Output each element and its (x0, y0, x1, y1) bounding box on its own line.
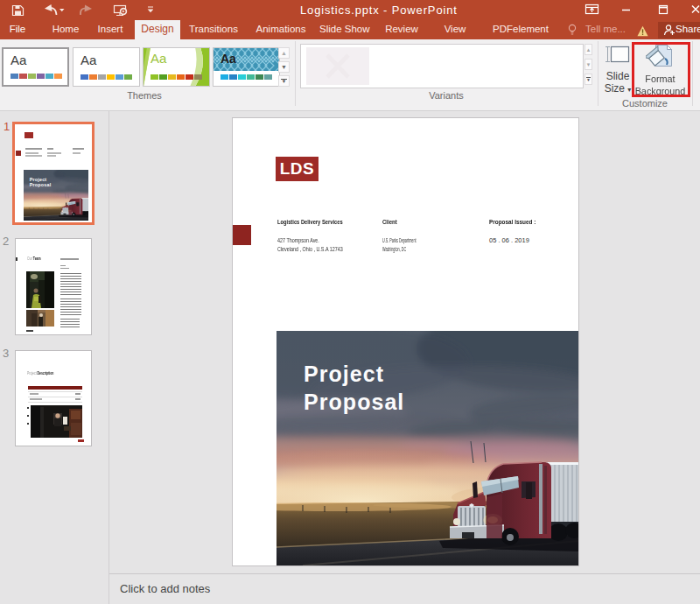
svg-text:Aa: Aa (220, 52, 236, 66)
svg-text:Aa: Aa (150, 51, 167, 66)
